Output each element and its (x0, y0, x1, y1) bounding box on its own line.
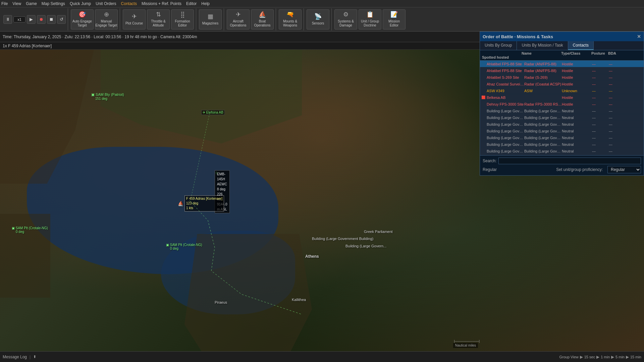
table-row[interactable]: Building (Large Govern... Building (Larg… (480, 114, 644, 121)
doctrine-label: Unit / Group Doctrine (361, 19, 379, 27)
row-type: Building (Large Government Building) (524, 142, 562, 146)
proficiency-select[interactable]: Regular Veteran Crack Elite Novice (607, 166, 641, 173)
auto-engage-button[interactable]: 🎯 Auto Engage Target (71, 9, 94, 29)
stop-button[interactable]: ⏹ (47, 15, 56, 24)
table-row[interactable]: Ahlatibel FPS-88 Site Radar (AN/FPS-88) … (480, 67, 644, 74)
interval-15min[interactable]: 15 min (630, 355, 641, 359)
unit-emb-awacs[interactable]: ✈ EMB-145H AEWC 8 deg 226 kts 9144.0 m A… (215, 170, 219, 176)
menu-contacts[interactable]: Contacts (121, 1, 137, 6)
row-posture: Hostile (562, 96, 592, 100)
table-row[interactable]: Building (Large Govern... Building (Larg… (480, 108, 644, 114)
mounts-weapons-button[interactable]: 🔫 Mounts & Weapons (279, 9, 302, 29)
rewind-button[interactable]: ↺ (57, 15, 66, 24)
label-kallithea: Kallithea (292, 298, 306, 302)
col-spotted: Spotted hosted (482, 55, 522, 59)
speed-display: x1 (13, 16, 25, 22)
magazines-icon: ▦ (208, 13, 213, 20)
menu-missions[interactable]: Missions + Ref. Points (142, 1, 181, 6)
interval-5min[interactable]: 5 min (615, 355, 625, 359)
unit-f459[interactable]: ⛵ F 459 Adrias [Kortenaer] 123 deg 1 kts (178, 195, 224, 212)
systems-label: Systems & Damage (338, 19, 354, 27)
play-5min-icon[interactable]: ▶ (611, 355, 614, 359)
unit-doctrine-button[interactable]: 📋 Unit / Group Doctrine (359, 9, 381, 29)
tab-units-by-group[interactable]: Units By Group (480, 41, 517, 50)
pause-button[interactable]: ⏸ (3, 15, 12, 24)
play-bottom-icon[interactable]: ▶ (580, 355, 583, 359)
interval-1min[interactable]: 1 min (601, 355, 610, 359)
oob-close-button[interactable]: ✕ (637, 34, 641, 39)
table-row[interactable]: Ahaz Coastal Surveill... Radar (Coastal … (480, 81, 644, 87)
time-display: Time: Thursday, January 2, 2025 · Zulu: … (3, 35, 197, 39)
row-type: Building (Large Government Buil... (524, 116, 562, 120)
row-spotted: --- (609, 122, 642, 126)
menu-quick-jump[interactable]: Quick Jump (70, 1, 91, 6)
row-spotted: --- (609, 116, 642, 120)
row-spotted: --- (609, 62, 642, 66)
tab-contacts[interactable]: Contacts (568, 41, 594, 50)
throttle-altitude-button[interactable]: ⇅ Throttle & Altitude (147, 9, 170, 29)
tab-units-by-mission[interactable]: Units By Mission / Task (517, 41, 568, 50)
sensors-button[interactable]: 📡 Sensors (307, 9, 329, 29)
col-bda: BDA (608, 51, 642, 55)
row-bda: --- (592, 116, 609, 120)
systems-damage-button[interactable]: ⚙ Systems & Damage (334, 9, 357, 29)
menu-view[interactable]: View (12, 1, 21, 6)
menu-help[interactable]: Help (201, 1, 210, 6)
table-row[interactable]: Ahlatibel FPS-88 Site Radar (AN/FPS-88) … (480, 61, 644, 67)
row-type: Building (Large Government Building) (524, 129, 562, 133)
boat-ops-button[interactable]: ⛵ Boat Operations (251, 9, 274, 29)
unit-sam-crotale1[interactable]: ▣ SAM Plt (Crotale-NG) 0 deg (12, 226, 48, 234)
row-bda: --- (592, 136, 609, 140)
play-15min-icon[interactable]: ▶ (626, 355, 629, 359)
selected-unit-label: 1x F 459 Adrias [Kortenaer] (3, 44, 52, 48)
magazines-button[interactable]: ▦ Magazines (199, 9, 222, 29)
formation-editor-button[interactable]: ⣿ Formation Editor (171, 9, 194, 29)
table-row[interactable]: 🟥 Belkesa AB Hostile --- --- (480, 94, 644, 101)
row-spotted: --- (609, 102, 642, 106)
row-bda: --- (592, 96, 609, 100)
play-1min-icon[interactable]: ▶ (596, 355, 599, 359)
scale-tick: |————————| (454, 340, 480, 343)
table-row[interactable]: Building (Large Govern... Building (Larg… (480, 128, 644, 134)
record-button[interactable]: ⏺ (37, 15, 46, 24)
table-row[interactable]: Ahlatibel S-269 Site Radar (S-269) Hosti… (480, 74, 644, 81)
row-posture: Neutral (562, 149, 592, 153)
row-bda: --- (592, 129, 609, 133)
plot-course-button[interactable]: ✈ Plot Course (123, 9, 146, 29)
unit-sam-crotale2[interactable]: ▣ SAM Plt (Crotale-NG) 0 deg (166, 243, 202, 250)
menu-game[interactable]: Game (26, 1, 37, 6)
navigation-tools: ✈ Plot Course ⇅ Throttle & Altitude ⣿ Fo… (121, 8, 196, 31)
label-piraeus: Piraeus (215, 300, 227, 304)
plot-course-icon: ✈ (132, 13, 137, 20)
table-row[interactable]: Building (Large Govern... Building (Larg… (480, 121, 644, 128)
mounts-icon: 🔫 (286, 11, 294, 18)
table-row[interactable]: Building (Large Govern... Building (Larg… (480, 148, 644, 155)
aircraft-ops-button[interactable]: ✈ Aircraft Operations (227, 9, 250, 29)
table-row[interactable]: Building (Large Govern... Building (Larg… (480, 141, 644, 148)
table-row[interactable]: Dehruy FPS-3000 Site Radar FPS-3000 RSPS… (480, 101, 644, 108)
row-name: Ahlatibel S-269 Site (487, 75, 524, 79)
unit-sam-patriot[interactable]: ▣ SAM Bty (Patriot) 151 deg (91, 93, 124, 101)
menu-editor[interactable]: Editor (186, 1, 197, 6)
search-input[interactable] (498, 158, 641, 164)
menu-unit-orders[interactable]: Unit Orders (96, 1, 116, 6)
table-row[interactable]: ASW #349 ASW Unknown --- --- (480, 87, 644, 94)
message-log-label[interactable]: Message Log (3, 355, 27, 359)
menu-map-settings[interactable]: Map Settings (42, 1, 65, 6)
doctrine-icon: 📋 (366, 11, 374, 18)
oob-table-body[interactable]: Ahlatibel FPS-88 Site Radar (AN/FPS-88) … (480, 61, 644, 155)
manual-engage-button[interactable]: ⊕ Manual Engage Target (95, 9, 118, 29)
mission-editor-button[interactable]: 📝 Mission Editor (383, 9, 406, 29)
proficiency-row: Regular Set unit/group proficiency: Regu… (483, 166, 641, 173)
row-bda: --- (592, 102, 609, 106)
row-name: Building (Large Govern... (487, 136, 524, 140)
upload-icon[interactable]: ⬆ (33, 355, 36, 359)
row-type: Radar (Coastal ACSP) (524, 82, 562, 86)
unit-elefsina[interactable]: ✈ Elefsina AB (201, 110, 225, 115)
interval-15sec[interactable]: 15 sec (584, 355, 595, 359)
play-button[interactable]: ▶ (27, 15, 36, 24)
table-row[interactable]: Building (Large Govern... Building (Larg… (480, 134, 644, 141)
oob-footer: Search: Regular Set unit/group proficien… (480, 155, 644, 175)
menu-file[interactable]: File (1, 1, 8, 6)
weapons-tools: 🔫 Mounts & Weapons (277, 8, 304, 31)
